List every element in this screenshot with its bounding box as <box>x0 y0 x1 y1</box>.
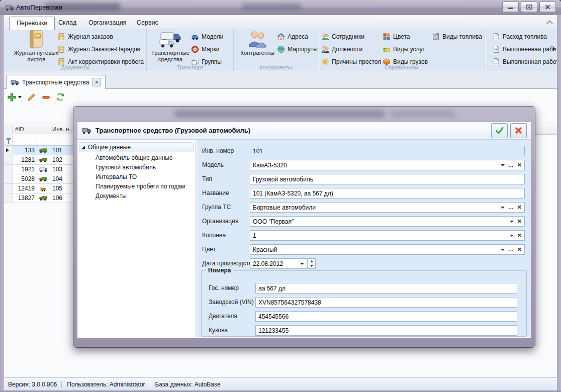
maximize-button[interactable] <box>521 2 537 12</box>
grid-header-id[interactable]: #ID <box>13 124 37 134</box>
tree-item-general-data[interactable]: Общие данные <box>79 142 194 152</box>
delete-minus-icon[interactable] <box>41 92 51 102</box>
vehicle-group-combo[interactable]: Бортовые автомобили …✕ <box>250 202 525 213</box>
tree-item-truck[interactable]: Грузовой автомобиль <box>96 163 156 172</box>
clear-icon[interactable]: ✕ <box>517 233 522 238</box>
ellipsis-icon[interactable]: … <box>508 247 514 252</box>
tab-sklad[interactable]: Склад <box>51 17 83 28</box>
item-label: Виды услуг <box>393 46 425 53</box>
color-combo[interactable]: Красный …✕ <box>250 244 525 255</box>
models-button[interactable]: Модели <box>191 31 224 42</box>
gos-number-input[interactable]: аа 567 дл <box>255 283 517 293</box>
organization-combo[interactable]: ООО "Первая" ✕ <box>250 216 525 227</box>
cell-inv: 103 <box>52 166 62 173</box>
dialog-body: Общие данные Автомобиль общие данные Гру… <box>77 140 531 337</box>
field-label: Инв. номер <box>202 147 234 154</box>
dropdown-caret-icon[interactable] <box>300 263 304 265</box>
window-border-left <box>0 15 4 390</box>
tab-servis[interactable]: Сервис <box>130 17 165 28</box>
grid-header-indicator <box>4 124 13 134</box>
add-dropdown-caret-icon[interactable] <box>18 96 22 99</box>
type-input[interactable]: Грузовой автомобиль <box>250 174 525 184</box>
grid-header-icon-col[interactable] <box>37 124 50 134</box>
item-label: Марки <box>202 46 219 53</box>
add-button[interactable] <box>7 92 22 102</box>
clear-icon[interactable]: ✕ <box>517 219 522 224</box>
waybill-journal-button[interactable]: Журнал путевых листов <box>12 30 60 63</box>
edit-pencil-icon[interactable] <box>27 92 36 102</box>
dialog-ok-button[interactable] <box>491 123 508 138</box>
groupbox-title: Номера <box>206 267 233 274</box>
globe-icon <box>277 45 285 53</box>
production-date-input[interactable]: 22.08.2012 <box>250 258 307 269</box>
tree-item-documents[interactable]: Документы <box>96 191 127 201</box>
clear-icon[interactable]: ✕ <box>517 205 522 210</box>
routes-button[interactable]: Маршруты <box>277 44 318 55</box>
tree-item-planned-mileage[interactable]: Планируемые пробеги по годам <box>96 182 185 191</box>
model-combo[interactable]: КамАЗ-5320 …✕ <box>250 160 525 170</box>
glass-ghost <box>390 111 455 117</box>
tree-item-auto-general[interactable]: Автомобиль общие данные <box>96 153 173 163</box>
vehicles-button[interactable]: Транспортные средства <box>149 30 192 63</box>
positions-button[interactable]: Должности <box>321 44 362 55</box>
fuel-types-button[interactable]: Виды топлива <box>432 31 482 42</box>
truck-icon <box>11 79 19 85</box>
spin-down-icon[interactable] <box>310 265 313 267</box>
cancel-x-icon <box>515 127 522 134</box>
column-combo[interactable]: 1 ✕ <box>250 230 525 241</box>
addresses-button[interactable]: Адреса <box>277 31 308 42</box>
date-spinner[interactable] <box>307 258 316 269</box>
colors-button[interactable]: Цвета <box>383 31 410 42</box>
dialog-title: Транспортное средство (Грузовой автомоби… <box>96 127 489 134</box>
completed-work-report-button[interactable]: Выполненная работ <box>492 44 557 55</box>
field-value: 454545566 <box>258 313 514 320</box>
dialog-cancel-button[interactable] <box>510 123 527 138</box>
close-button[interactable] <box>539 2 556 12</box>
tree-item-maintenance-intervals[interactable]: Интервалы ТО <box>96 172 137 182</box>
dropdown-caret-icon[interactable] <box>510 221 514 223</box>
tree-item-label: Общие данные <box>88 144 131 151</box>
service-types-button[interactable]: Виды услуг <box>383 44 425 55</box>
clear-icon[interactable]: ✕ <box>517 162 522 168</box>
dropdown-caret-icon[interactable] <box>501 207 505 209</box>
document-tab-close-button[interactable]: ✕ <box>92 78 101 86</box>
engine-number-input[interactable]: 454545566 <box>255 311 517 322</box>
completed-work-report-button-2[interactable]: Выполненная работ <box>492 56 557 67</box>
dropdown-caret-icon[interactable] <box>501 249 505 251</box>
employees-button[interactable]: Сотрудники <box>321 31 364 42</box>
dropdown-caret-icon[interactable] <box>510 235 514 237</box>
tab-organizaciya[interactable]: Организация <box>81 17 133 28</box>
minimize-button[interactable] <box>502 2 519 12</box>
item-label: Адреса <box>288 33 308 40</box>
ribbon-overflow-arrow-icon[interactable] <box>553 47 555 51</box>
fuel-consumption-report-button[interactable]: Расход топлива <box>492 31 547 42</box>
vin-input[interactable]: XVN857564327578438 <box>255 297 517 308</box>
spin-up-icon[interactable] <box>310 260 313 262</box>
contractors-button[interactable]: Контрагенты <box>238 30 277 56</box>
truck-green-icon <box>39 176 47 182</box>
clear-icon[interactable]: ✕ <box>517 247 522 252</box>
current-row-arrow-icon <box>6 148 9 152</box>
field-value: КамАЗ-5320 <box>253 162 499 169</box>
ellipsis-icon[interactable]: … <box>508 162 514 168</box>
refresh-icon[interactable] <box>56 92 65 102</box>
truck-blue-icon <box>39 167 47 172</box>
item-label: Цвета <box>393 33 410 40</box>
ribbon-tabstrip: Перевозки Склад Организация Сервис <box>0 15 561 29</box>
dropdown-caret-icon[interactable] <box>501 164 505 166</box>
tab-perevozki[interactable]: Перевозки <box>9 17 55 30</box>
inv-number-input[interactable]: 101 <box>250 146 525 156</box>
work-orders-journal-button[interactable]: Журнал Заказов-Нарядов <box>57 44 140 55</box>
body-number-input[interactable]: 121233455 <box>255 325 517 336</box>
tree-expander-icon[interactable] <box>81 146 85 149</box>
brands-button[interactable]: Марки <box>191 44 219 55</box>
field-label: Дата производства <box>202 260 255 267</box>
name-input[interactable]: 101 (КамАЗ-5320, аа 567 дл) <box>250 188 525 199</box>
ribbon-collapse-chevron-icon[interactable] <box>546 20 553 27</box>
ellipsis-icon[interactable]: … <box>508 205 514 210</box>
column-label: #ID <box>15 126 24 132</box>
maximize-icon <box>526 5 532 10</box>
document-tab-vehicles[interactable]: Транспортные средства ✕ <box>6 75 106 89</box>
orders-journal-button[interactable]: Журнал заказов <box>57 31 113 42</box>
field-label: Модель <box>202 161 224 168</box>
